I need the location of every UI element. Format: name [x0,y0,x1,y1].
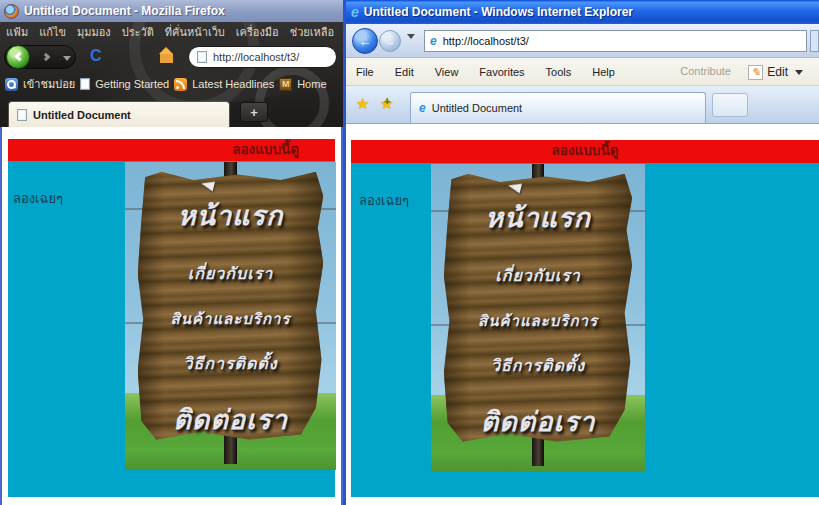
banner-text: ลองแบบนี้ดู [351,140,819,162]
home-folder-icon[interactable]: M [279,78,292,91]
menu-favorites[interactable]: Favorites [479,66,524,78]
menu-tools[interactable]: เครื่องมือ [236,23,279,41]
forward-button[interactable] [42,53,50,61]
menu-link-about[interactable]: เกี่ยวกับเรา [125,261,336,286]
menu-link-home[interactable]: หน้าแรก [125,194,336,237]
url-bar[interactable]: http://localhost/t3/ [188,46,337,68]
menu-link-home[interactable]: หน้าแรก [431,196,645,239]
menu-edit[interactable]: Edit [395,66,414,78]
address-bar[interactable]: http://localhost/t3/ [424,30,807,52]
ie-titlebar[interactable]: Untitled Document - Windows Internet Exp… [346,0,819,24]
firefox-window: Untitled Document - Mozilla Firefox แฟ้ม… [0,0,343,505]
most-visited-icon[interactable] [5,78,18,91]
bookmark-home[interactable]: Home [297,78,326,90]
tab-title: Untitled Document [432,102,523,114]
bookmark-getting-started[interactable]: Getting Started [95,78,169,90]
bookmark-most-visited[interactable]: เข้าชมบ่อย [23,75,75,93]
nav-button-group [4,45,76,69]
firefox-chrome: แฟ้ม แก้ไข มุมมอง ประวัติ ที่คั่นหน้าเว็… [0,22,343,127]
menu-sign-image: หน้าแรก เกี่ยวกับเรา สินค้าและบริการ วิธ… [431,164,645,472]
ie-menubar: File Edit View Favorites Tools Help Cont… [346,58,819,86]
page-body: ลองเฉยๆ หน้าแรก เกี่ยวกับเรา สินค้าและบร… [8,161,335,497]
edit-button-label: Edit [767,65,788,79]
ie-window: Untitled Document - Windows Internet Exp… [343,0,819,505]
url-text[interactable]: http://localhost/t3/ [443,35,529,47]
page-icon [17,109,27,121]
page-body: ลองเฉยๆ หน้าแรก เกี่ยวกับเรา สินค้าและบร… [351,163,819,497]
tab-favicon [419,102,426,114]
firefox-page-viewport: ลองแบบนี้ดู ลองเฉยๆ หน้าแรก เกี่ยวกับเรา… [0,127,343,505]
menu-view[interactable]: View [435,66,459,78]
bookmark-latest-headlines[interactable]: Latest Headlines [192,78,274,90]
page-banner: ลองแบบนี้ดู [351,140,819,163]
firefox-nav-toolbar: http://localhost/t3/ [0,42,343,72]
menu-tools[interactable]: Tools [546,66,572,78]
tab-untitled-document[interactable]: Untitled Document [410,92,706,123]
home-icon[interactable] [160,54,173,63]
menu-help[interactable]: ช่วยเหลือ [290,23,334,41]
page-icon[interactable] [80,78,90,90]
firefox-menubar: แฟ้ม แก้ไข มุมมอง ประวัติ ที่คั่นหน้าเว็… [0,22,343,42]
menu-history[interactable]: ประวัติ [122,23,154,41]
edit-button[interactable]: Edit [744,61,807,83]
menu-file[interactable]: File [356,66,374,78]
new-tab-button[interactable]: + [240,102,268,122]
menu-link-contact[interactable]: ติดต่อเรา [431,400,645,443]
back-button[interactable] [6,45,30,69]
refresh-button-partial[interactable] [810,30,819,52]
history-dropdown-icon[interactable] [63,56,71,61]
menu-link-about[interactable]: เกี่ยวกับเรา [431,263,645,288]
menu-link-contact[interactable]: ติดต่อเรา [125,398,336,441]
forward-button[interactable] [379,30,401,52]
page-icon [197,51,207,63]
edit-dropdown-icon[interactable] [795,70,803,75]
menu-link-products[interactable]: สินค้าและบริการ [431,309,645,333]
reload-button[interactable] [90,47,102,65]
rss-icon[interactable] [174,78,187,91]
menu-edit[interactable]: แก้ไข [39,23,66,41]
ie-page-viewport: ลองแบบนี้ดู ลองเฉยๆ หน้าแรก เกี่ยวกับเรา… [346,124,819,505]
ie-tab-toolbar: Untitled Document [346,86,819,124]
firefox-icon [4,4,19,19]
back-button[interactable] [352,28,378,54]
url-text[interactable]: http://localhost/t3/ [213,51,299,63]
page-banner: ลองแบบนี้ดู [8,139,335,161]
ie-address-toolbar: http://localhost/t3/ [346,24,819,58]
favorites-icon[interactable] [356,95,369,113]
menu-view[interactable]: มุมมอง [77,23,111,41]
new-tab-button[interactable] [712,93,748,117]
menu-link-products[interactable]: สินค้าและบริการ [125,307,336,331]
menu-file[interactable]: แฟ้ม [6,23,28,41]
ie-logo-icon [351,5,359,19]
ie-window-title: Untitled Document - Windows Internet Exp… [364,5,633,19]
bookmarks-toolbar: เข้าชมบ่อย Getting Started Latest Headli… [0,72,343,96]
menu-link-installation[interactable]: วิธีการติดตั้ง [125,351,336,376]
menu-bookmarks[interactable]: ที่คั่นหน้าเว็บ [165,23,225,41]
edit-pencil-icon [748,65,763,80]
firefox-titlebar[interactable]: Untitled Document - Mozilla Firefox [0,0,343,22]
firefox-window-title: Untitled Document - Mozilla Firefox [24,4,225,18]
add-favorite-icon[interactable] [380,95,393,113]
history-dropdown-icon[interactable] [407,39,415,57]
side-text: ลองเฉยๆ [359,190,409,211]
tab-title: Untitled Document [33,109,131,121]
menu-sign-image: หน้าแรก เกี่ยวกับเรา สินค้าและบริการ วิธ… [125,162,336,470]
desktop: Untitled Document - Mozilla Firefox แฟ้ม… [0,0,819,505]
page-favicon [430,35,437,47]
side-text: ลองเฉยๆ [13,188,63,209]
menu-link-installation[interactable]: วิธีการติดตั้ง [431,353,645,378]
menu-help[interactable]: Help [592,66,615,78]
banner-text: ลองแบบนี้ดู [8,139,335,160]
tab-untitled-document[interactable]: Untitled Document [8,101,230,127]
firefox-tabbar: Untitled Document + [0,96,343,127]
contribute-label: Contribute [680,65,731,77]
